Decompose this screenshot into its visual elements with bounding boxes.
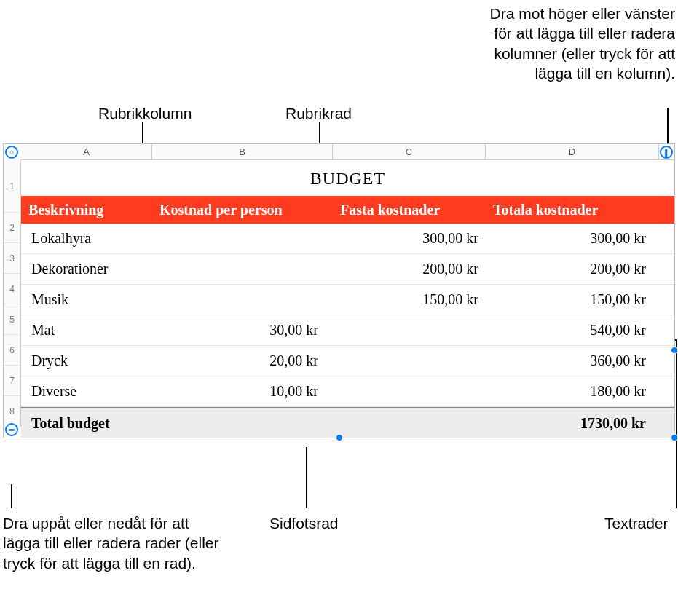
line-sidfotsrad <box>306 447 307 508</box>
table-body: BUDGET Beskrivning Kostnad per person Fa… <box>21 160 674 438</box>
callout-rubrikrad: Rubrikrad <box>285 103 352 123</box>
cell[interactable]: 20,00 kr <box>152 352 333 369</box>
callout-sidfotsrad: Sidfotsrad <box>269 513 339 533</box>
cell[interactable]: 300,00 kr <box>333 230 486 247</box>
col-header-b[interactable]: B <box>152 144 333 159</box>
line-column-drag <box>667 108 669 146</box>
header-beskrivning[interactable]: Beskrivning <box>21 202 152 218</box>
cell[interactable]: 150,00 kr <box>486 291 659 308</box>
row-header-6[interactable]: 6 <box>4 335 21 366</box>
table-header-row: Beskrivning Kostnad per person Fasta kos… <box>21 196 674 224</box>
cell[interactable]: 300,00 kr <box>486 230 659 247</box>
cell[interactable]: 360,00 kr <box>486 352 659 369</box>
column-headers: A B C D <box>21 144 674 160</box>
callout-column-drag: Dra mot höger eller vänster för att lägg… <box>471 4 675 83</box>
table-row[interactable]: Dekorationer 200,00 kr 200,00 kr <box>21 254 674 285</box>
row-header-5[interactable]: 5 <box>4 304 21 335</box>
add-row-handle[interactable]: ═ <box>5 423 18 436</box>
table-row[interactable]: Diverse 10,00 kr 180,00 kr <box>21 376 674 407</box>
cell[interactable]: Dekorationer <box>21 261 152 277</box>
table-footer-row[interactable]: Total budget 1730,00 kr <box>21 407 674 438</box>
row-header-2[interactable]: 2 <box>4 213 21 243</box>
table-origin-handle[interactable]: ○ <box>5 146 18 159</box>
line-row-drag <box>11 484 12 508</box>
spreadsheet: ○ ‖ ═ A B C D 1 2 3 4 5 6 7 8 BUDGET Bes… <box>3 143 675 438</box>
cell[interactable]: Lokalhyra <box>21 230 152 247</box>
cell[interactable]: 150,00 kr <box>333 291 486 308</box>
cell[interactable]: 200,00 kr <box>333 261 486 277</box>
selection-handle-icon[interactable] <box>671 347 678 354</box>
cell[interactable]: 200,00 kr <box>486 261 659 277</box>
callout-row-drag: Dra uppåt eller nedåt för att lägga till… <box>3 513 221 573</box>
table-row[interactable]: Mat 30,00 kr 540,00 kr <box>21 315 674 346</box>
row-header-3[interactable]: 3 <box>4 243 21 274</box>
cell[interactable]: 180,00 kr <box>486 383 659 400</box>
footer-label[interactable]: Total budget <box>21 415 152 432</box>
add-column-handle[interactable]: ‖ <box>660 146 673 159</box>
table-row[interactable]: Musik 150,00 kr 150,00 kr <box>21 285 674 315</box>
col-header-a[interactable]: A <box>21 144 152 159</box>
cell[interactable]: Dryck <box>21 352 152 369</box>
cell[interactable]: Mat <box>21 322 152 339</box>
header-totala-kostnader[interactable]: Totala kostnader <box>486 202 659 218</box>
row-headers: 1 2 3 4 5 6 7 8 <box>4 160 21 427</box>
table-title: BUDGET <box>21 160 674 196</box>
table-row[interactable]: Lokalhyra 300,00 kr 300,00 kr <box>21 224 674 254</box>
row-header-1[interactable]: 1 <box>4 160 21 213</box>
col-header-d[interactable]: D <box>486 144 659 159</box>
selection-handle-icon[interactable] <box>671 434 678 441</box>
cell[interactable]: 10,00 kr <box>152 383 333 400</box>
header-fasta-kostnader[interactable]: Fasta kostnader <box>333 202 486 218</box>
table-row[interactable]: Dryck 20,00 kr 360,00 kr <box>21 346 674 376</box>
callout-rubrikkolumn: Rubrikkolumn <box>98 103 192 123</box>
cell[interactable]: 30,00 kr <box>152 322 333 339</box>
footer-total[interactable]: 1730,00 kr <box>486 415 659 432</box>
header-kostnad-per-person[interactable]: Kostnad per person <box>152 202 333 218</box>
col-header-c[interactable]: C <box>333 144 486 159</box>
cell[interactable]: 540,00 kr <box>486 322 659 339</box>
row-header-4[interactable]: 4 <box>4 274 21 304</box>
row-header-7[interactable]: 7 <box>4 366 21 396</box>
selection-handle-icon[interactable] <box>336 434 343 441</box>
row-header-8[interactable]: 8 <box>4 396 21 427</box>
cell[interactable]: Musik <box>21 291 152 308</box>
cell[interactable]: Diverse <box>21 383 152 400</box>
callout-textrader: Textrader <box>604 513 669 533</box>
